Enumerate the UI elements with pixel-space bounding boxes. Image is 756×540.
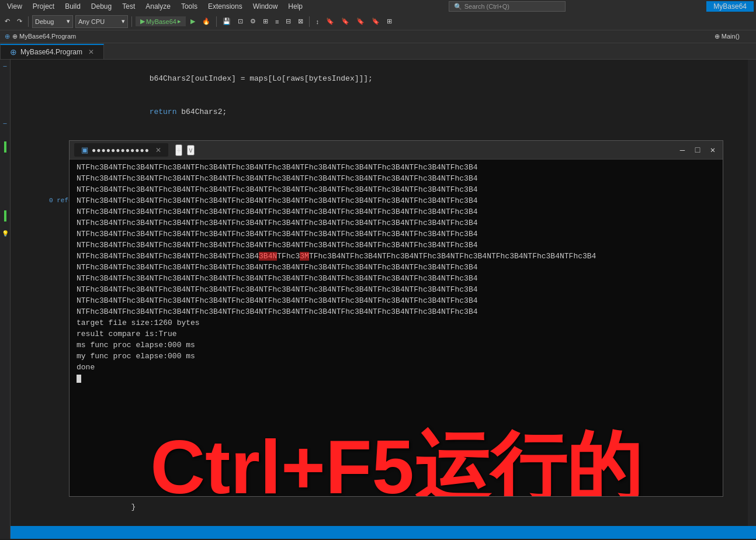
line-num [11,62,35,73]
toolbar-btn-9[interactable]: 🔖 [339,16,352,26]
menu-item-test[interactable]: Test [117,1,140,12]
sidebar-annotation-1 [4,141,6,153]
terminal-line-1: NTFhc3B4NTFhc3B4NTFhc3B4NTFhc3B4NTFhc3B4… [77,162,716,173]
editor-tab-bar: ⊕ MyBase64.Program ✕ [0,43,756,60]
cpu-dropdown[interactable]: Any CPU ▾ [75,15,128,28]
editor-area: b64Chars2[outIndex] = maps[Lo[raws[bytes… [11,60,756,539]
terminal-status-done: done [77,362,716,373]
toolbar-btn-7[interactable]: ↕ [313,17,321,26]
bottom-line-numbers [11,457,40,524]
toolbar-sep-4 [309,16,310,27]
toolbar-sep-3 [216,16,217,27]
terminal-line-4: NTFhc3B4NTFhc3B4NTFhc3B4NTFhc3B4NTFhc3B4… [77,195,716,206]
editor-tab-close[interactable]: ✕ [88,48,94,56]
sidebar-annotation-2 [4,210,6,221]
terminal-tab-label: ●●●●●●●●●●●● [92,146,150,154]
run-label: MyBase64 [146,18,176,25]
terminal-line-highlighted: NTFhc3B4NTFhc3B4NTFhc3B4NTFhc3B4NTFhc3B4… [77,251,716,262]
terminal-tab-icon: ▣ [81,146,88,154]
terminal-body[interactable]: NTFhc3B4NTFhc3B4NTFhc3B4NTFhc3B4NTFhc3B4… [70,160,723,496]
terminal-line-2: NTFhc3B4NTFhc3B4NTFhc3B4NTFhc3B4NTFhc3B4… [77,173,716,184]
line-num [11,95,35,106]
terminal-status-2: result compare is:True [77,328,716,340]
bottom-line-num-2 [11,468,35,479]
menu-item-window[interactable]: Window [248,1,283,12]
terminal-status-3: ms func proc elapse:000 ms [77,340,716,351]
terminal-line-9: NTFhc3B4NTFhc3B4NTFhc3B4NTFhc3B4NTFhc3B4… [77,262,716,273]
terminal-add-button[interactable]: + [175,144,182,156]
breadcrumb-right[interactable]: ⊕ Main() [715,33,740,40]
debug-dropdown[interactable]: Debug ▾ [32,15,73,28]
cpu-label: Any CPU [78,18,105,25]
toolbar-btn-5[interactable]: ⊟ [283,16,293,26]
undo-button[interactable]: ↶ [2,16,12,26]
toolbar-btn-1[interactable]: ⊡ [235,16,245,26]
terminal-line-10: NTFhc3B4NTFhc3B4NTFhc3B4NTFhc3B4NTFhc3B4… [77,273,716,284]
terminal-maximize-btn[interactable]: □ [692,145,703,155]
menu-item-debug[interactable]: Debug [86,1,116,12]
highlight-2: 3M [300,252,309,261]
left-sidebar: — — 💡 [0,60,11,539]
toolbar: ↶ ↷ Debug ▾ Any CPU ▾ ▶ MyBase64 ▸ ▶ 🔥 💾… [0,13,756,30]
debug-dropdown-icon: ▾ [67,18,70,25]
main-layout: — — 💡 b64Chars2[outIndex] = maps[Lo[raws… [0,60,756,539]
sidebar-collapse-1[interactable]: — [1,62,9,70]
line-num [11,73,35,84]
redo-button[interactable]: ↷ [15,16,25,26]
menu-item-build[interactable]: Build [60,1,85,12]
toolbar-sep-2 [131,16,132,27]
menu-item-extensions[interactable]: Extensions [203,1,247,12]
overlay-annotation-text: Ctrl+F5运行的 [70,462,723,473]
menu-item-help[interactable]: Help [283,1,307,12]
terminal-line-5: NTFhc3B4NTFhc3B4NTFhc3B4NTFhc3B4NTFhc3B4… [77,206,716,217]
terminal-line-3: NTFhc3B4NTFhc3B4NTFhc3B4NTFhc3B4NTFhc3B4… [77,184,716,195]
menu-item-view[interactable]: View [2,1,27,12]
editor-tab-program[interactable]: ⊕ MyBase64.Program ✕ [0,44,104,59]
menu-item-analyze[interactable]: Analyze [141,1,175,12]
debug-label: Debug [35,18,54,25]
breadcrumb-left[interactable]: ⊕ MyBase64.Program [12,33,76,40]
terminal-line-8: NTFhc3B4NTFhc3B4NTFhc3B4NTFhc3B4NTFhc3B4… [77,240,716,251]
toolbar-btn-10[interactable]: 🔖 [354,16,367,26]
fire-btn[interactable]: 🔥 [200,16,213,26]
run-btn-2[interactable]: ▶ [188,16,197,26]
run-button[interactable]: ▶ MyBase64 ▸ [136,16,186,26]
terminal-tab[interactable]: ▣ ●●●●●●●●●●●● ✕ [74,143,168,157]
terminal-line-6: NTFhc3B4NTFhc3B4NTFhc3B4NTFhc3B4NTFhc3B4… [77,217,716,229]
terminal-dropdown-button[interactable]: ∨ [187,145,195,155]
toolbar-btn-11[interactable]: 🔖 [369,16,382,26]
terminal-tab-close[interactable]: ✕ [155,146,161,154]
sidebar-collapse-2[interactable]: — [1,119,9,127]
code-line-2: return b64Chars2; [44,95,756,129]
terminal-status-4: my func proc elapse:000 ms [77,351,716,362]
menu-item-project[interactable]: Project [28,1,59,12]
line-numbers [11,62,40,240]
toolbar-btn-8[interactable]: 🔖 [324,16,337,26]
right-scrollbar[interactable] [748,60,756,526]
toolbar-btn-12[interactable]: ⊞ [384,16,394,26]
toolbar-btn-4[interactable]: ≡ [273,17,281,26]
search-placeholder: Search (Ctrl+Q) [464,3,509,10]
toolbar-btn-3[interactable]: ⊞ [261,16,271,26]
terminal-minimize-btn[interactable]: — [677,145,688,155]
menu-item-tools[interactable]: Tools [176,1,202,12]
terminal-window-controls: — □ ✕ [677,145,718,155]
editor-tab-label: MyBase64.Program [20,48,82,56]
search-icon: 🔍 [454,3,462,11]
terminal-close-btn[interactable]: ✕ [708,145,718,155]
cpu-dropdown-icon: ▾ [122,18,125,25]
toolbar-sep-1 [28,16,29,27]
sidebar-lightbulb[interactable]: 💡 [1,230,9,238]
editor-tab-icon: ⊕ [10,47,17,57]
terminal-line-11: NTFhc3B4NTFhc3B4NTFhc3B4NTFhc3B4NTFhc3B4… [77,284,716,295]
terminal-line-7: NTFhc3B4NTFhc3B4NTFhc3B4NTFhc3B4NTFhc3B4… [77,229,716,240]
toolbar-btn-6[interactable]: ⊠ [296,16,306,26]
window-title: MyBase64 [706,1,754,12]
search-box[interactable]: 🔍 Search (Ctrl+Q) [449,1,566,12]
line-num [11,117,35,129]
nav-bar: ⊕ ⊕ MyBase64.Program ⊕ Main() [0,30,756,43]
line-num [11,106,35,117]
menu-bar: View Project Build Debug Test Analyze To… [0,0,756,13]
toolbar-btn-2[interactable]: ⚙ [248,16,258,26]
save-btn[interactable]: 💾 [220,16,233,26]
